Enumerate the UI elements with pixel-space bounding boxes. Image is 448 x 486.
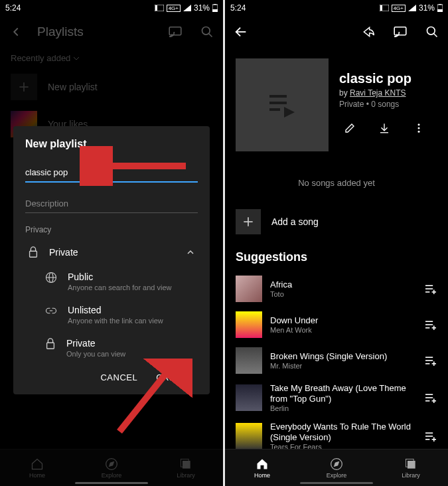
song-artist: Mr. Mister: [270, 362, 413, 370]
status-time: 5:24: [230, 3, 246, 13]
song-artist: Toto: [270, 290, 413, 298]
song-artist: Men At Work: [270, 326, 413, 334]
left-screen: 5:24 4G+ 31% Playlists Recently added: [0, 0, 223, 486]
bottom-nav: Home Explore Library: [0, 449, 223, 486]
song-thumb: [236, 276, 262, 302]
svg-marker-26: [408, 5, 416, 11]
library-icon: [179, 457, 192, 471]
song-title: Take My Breath Away (Love Theme from "To…: [270, 383, 413, 404]
new-playlist-row[interactable]: New playlist: [0, 68, 223, 106]
svg-rect-72: [408, 461, 415, 469]
playlist-name-input[interactable]: [25, 163, 198, 183]
nav-library[interactable]: Library: [149, 449, 223, 486]
song-list: Africa Toto Down Under Men At Work Broke…: [225, 271, 448, 455]
song-title: Down Under: [270, 315, 413, 326]
filter-label[interactable]: Recently added: [11, 53, 70, 63]
compass-icon: [105, 457, 118, 471]
globe-icon: [45, 272, 57, 284]
song-row[interactable]: Take My Breath Away (Love Theme from "To…: [225, 378, 448, 417]
add-to-queue-icon[interactable]: [421, 351, 440, 370]
chevron-up-icon: [186, 248, 195, 257]
suggestions-heading: Suggestions: [225, 246, 448, 271]
link-icon: [45, 305, 57, 317]
add-to-queue-icon[interactable]: [421, 388, 440, 407]
svg-rect-34: [269, 95, 287, 98]
home-icon: [256, 457, 269, 471]
bottom-nav: Home Explore Library: [225, 449, 448, 486]
add-to-queue-icon[interactable]: [421, 427, 440, 446]
dialog-heading: New playlist: [25, 138, 198, 150]
nav-library[interactable]: Library: [374, 449, 448, 486]
svg-point-42: [418, 131, 420, 133]
privacy-option-private[interactable]: Private Only you can view: [25, 331, 198, 364]
svg-marker-37: [284, 107, 295, 118]
song-title: Everybody Wants To Rule The World (Singl…: [270, 422, 413, 442]
network-icon: 4G+: [167, 5, 181, 12]
nav-home[interactable]: Home: [0, 449, 74, 486]
share-icon[interactable]: [358, 21, 379, 42]
svg-rect-15: [47, 343, 54, 349]
svg-line-33: [434, 34, 437, 37]
privacy-option-unlisted[interactable]: Unlisted Anyone with the link can view: [25, 298, 198, 331]
song-thumb: [236, 384, 262, 411]
lock-icon: [28, 246, 38, 258]
status-icons: 4G+ 31%: [380, 3, 443, 13]
edit-icon[interactable]: [339, 118, 360, 139]
svg-rect-4: [212, 9, 218, 12]
privacy-option-public[interactable]: Public Anyone can search for and view: [25, 265, 198, 298]
privacy-selector[interactable]: Private: [25, 240, 198, 265]
status-time: 5:24: [5, 3, 21, 13]
empty-state: No songs added yet: [225, 162, 448, 204]
song-title: Africa: [270, 280, 413, 290]
nav-explore[interactable]: Explore: [74, 449, 149, 486]
svg-rect-5: [214, 4, 216, 5]
svg-marker-2: [183, 5, 191, 11]
song-title: Broken Wings (Single Version): [270, 351, 413, 362]
network-icon: 4G+: [392, 5, 406, 12]
cancel-button[interactable]: CANCEL: [100, 372, 137, 382]
create-button[interactable]: CREATE: [156, 372, 192, 382]
status-bar: 5:24 4G+ 31%: [225, 0, 448, 16]
gesture-bar: [300, 482, 373, 484]
add-to-queue-icon[interactable]: [421, 280, 440, 298]
playlist-header: classic pop by Ravi Teja KNTS Private • …: [225, 48, 448, 162]
app-bar: [225, 16, 448, 48]
svg-rect-25: [380, 5, 382, 11]
compass-icon: [330, 457, 343, 471]
svg-rect-36: [269, 108, 280, 111]
svg-rect-29: [439, 4, 441, 5]
cast-icon[interactable]: [390, 21, 411, 42]
add-to-queue-icon[interactable]: [421, 315, 440, 334]
song-thumb: [236, 423, 262, 449]
svg-rect-35: [269, 102, 287, 104]
song-row[interactable]: Down Under Men At Work: [225, 307, 448, 343]
song-row[interactable]: Africa Toto: [225, 271, 448, 307]
svg-point-41: [418, 127, 420, 129]
battery-pct: 31%: [194, 3, 210, 13]
nav-home[interactable]: Home: [225, 449, 299, 486]
svg-point-32: [427, 27, 435, 35]
battery-icon: [212, 4, 218, 12]
home-icon: [31, 457, 44, 471]
right-screen: 5:24 4G+ 31%: [225, 0, 448, 486]
back-icon[interactable]: [230, 21, 252, 42]
download-icon[interactable]: [374, 118, 395, 139]
status-bar: 5:24 4G+ 31%: [0, 0, 223, 16]
privacy-label: Privacy: [25, 225, 198, 234]
svg-marker-71: [335, 461, 339, 466]
search-icon[interactable]: [421, 21, 443, 42]
svg-rect-31: [394, 27, 406, 35]
playlist-desc-input[interactable]: [25, 195, 198, 213]
more-icon[interactable]: [408, 118, 429, 139]
new-playlist-dialog: New playlist Privacy Private Public Anyo…: [13, 126, 210, 394]
svg-rect-1: [155, 5, 157, 11]
song-thumb: [236, 347, 262, 374]
svg-point-40: [418, 123, 420, 125]
lock-icon: [45, 338, 56, 350]
svg-rect-11: [30, 251, 37, 257]
song-row[interactable]: Broken Wings (Single Version) Mr. Mister: [225, 343, 448, 378]
add-song-row[interactable]: Add a song: [225, 204, 448, 240]
nav-explore[interactable]: Explore: [299, 449, 374, 486]
playlist-title: classic pop: [339, 71, 437, 86]
svg-marker-21: [110, 461, 114, 466]
